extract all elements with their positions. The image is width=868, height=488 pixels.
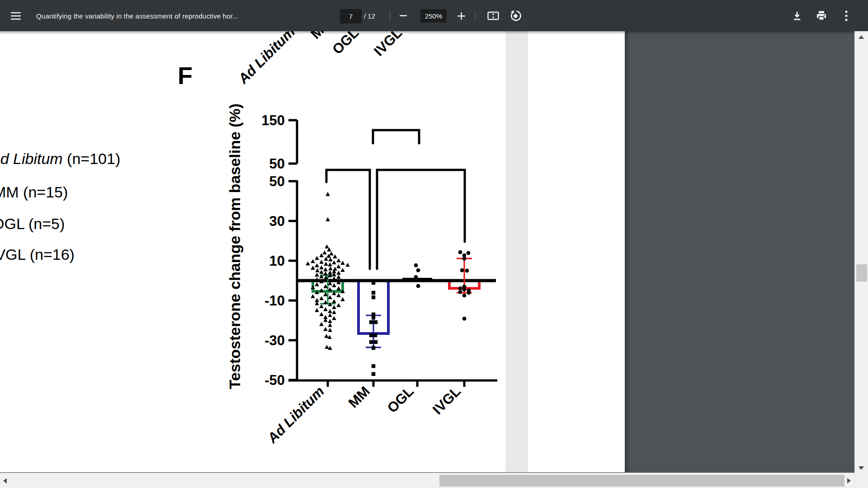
vertical-scrollbar[interactable] xyxy=(854,31,868,488)
data-point-Ad Libitum xyxy=(340,297,345,301)
scroll-left-arrow-icon[interactable] xyxy=(3,478,7,483)
scroll-right-arrow-icon[interactable] xyxy=(847,478,851,483)
more-options-button[interactable] xyxy=(840,9,853,22)
data-point-Ad Libitum xyxy=(328,258,333,262)
data-point-MM xyxy=(372,364,375,368)
data-point-Ad Libitum xyxy=(340,268,345,272)
data-point-IVGL xyxy=(458,290,462,294)
data-point-Ad Libitum xyxy=(336,271,341,275)
data-point-Ad Libitum xyxy=(329,251,334,255)
data-point-Ad Libitum xyxy=(328,309,332,313)
data-point-Ad Libitum xyxy=(340,261,345,265)
data-point-Ad Libitum xyxy=(319,270,324,274)
data-point-Ad Libitum xyxy=(319,312,324,316)
data-point-Ad Libitum xyxy=(336,258,341,263)
data-point-Ad Libitum xyxy=(328,263,332,267)
significance-bracket-MM-vs-IVGL xyxy=(377,170,465,269)
data-point-Ad Libitum xyxy=(328,346,332,350)
minus-icon xyxy=(400,15,407,17)
zoom-out-button[interactable] xyxy=(396,9,410,22)
data-point-Ad Libitum xyxy=(328,319,332,323)
data-point-MM xyxy=(372,346,375,350)
vertical-scrollbar-thumb[interactable] xyxy=(856,264,867,282)
data-point-MM xyxy=(374,340,377,344)
y-axis-tick-label: -50 xyxy=(264,372,285,388)
data-point-IVGL xyxy=(460,268,464,272)
print-button[interactable] xyxy=(814,9,829,22)
data-point-Ad Libitum xyxy=(328,323,332,327)
y-axis-tick-label: 30 xyxy=(269,213,285,229)
download-button[interactable] xyxy=(790,9,804,22)
print-icon xyxy=(816,10,827,21)
viewer-background xyxy=(625,31,854,488)
data-point-Ad Libitum xyxy=(322,250,327,254)
scroll-down-arrow-icon[interactable] xyxy=(859,466,864,470)
data-point-IVGL xyxy=(458,286,462,291)
data-point-Ad Libitum xyxy=(336,303,341,307)
data-point-Ad Libitum xyxy=(336,275,341,279)
y-axis-tick-label: -30 xyxy=(264,333,285,348)
figure-edge-strip xyxy=(505,31,528,472)
data-point-IVGL xyxy=(458,250,462,254)
data-point-IVGL xyxy=(462,294,467,298)
data-point-MM xyxy=(372,291,375,295)
data-point-IVGL xyxy=(467,291,471,295)
data-point-Ad Libitum xyxy=(319,265,324,269)
data-point-IVGL xyxy=(462,257,467,261)
data-point-OGL xyxy=(414,263,418,267)
data-point-Ad Libitum xyxy=(332,305,336,309)
significance-bracket-MM-vs-OGL xyxy=(373,130,419,143)
top-clipped-label-Ad Libitum: Ad Libitum xyxy=(235,31,298,87)
y-axis-tick-label: 150 xyxy=(261,113,285,128)
hamburger-icon xyxy=(11,12,21,20)
horizontal-scrollbar-thumb[interactable] xyxy=(439,475,844,487)
data-point-Ad Libitum xyxy=(333,254,337,258)
data-point-OGL xyxy=(416,284,420,288)
data-point-MM xyxy=(369,340,373,344)
data-point-Ad Libitum xyxy=(326,217,330,221)
page-count-label: / 12 xyxy=(364,12,375,20)
x-axis-label-OGL: OGL xyxy=(384,383,417,416)
menu-button[interactable] xyxy=(8,9,24,22)
data-point-Ad Libitum xyxy=(306,261,310,265)
fit-page-button[interactable] xyxy=(486,10,500,22)
data-point-Ad Libitum xyxy=(332,276,336,280)
horizontal-scrollbar[interactable] xyxy=(0,473,854,488)
pdf-page: Ad Libitum (n=101)MM (n=15)OGL (n=5)IVGL… xyxy=(0,31,625,472)
rotate-button[interactable] xyxy=(509,9,523,22)
document-title: Quantifying the variability in the asses… xyxy=(36,12,238,20)
data-point-MM xyxy=(369,333,373,337)
data-point-Ad Libitum xyxy=(345,263,350,267)
data-point-Ad Libitum xyxy=(336,264,341,268)
page-number-input[interactable] xyxy=(340,9,362,23)
data-point-MM xyxy=(372,296,375,299)
x-axis-label-Ad Libitum: Ad Libitum xyxy=(264,383,327,446)
data-point-Ad Libitum xyxy=(324,334,329,338)
pdf-toolbar: Quantifying the variability in the asses… xyxy=(0,0,868,31)
data-point-MM xyxy=(372,372,375,376)
data-point-OGL xyxy=(415,277,420,282)
testosterone-chart: 15050503010-10-30-50Ad LibitumMMOGLIVGLA… xyxy=(0,31,625,472)
data-point-Ad Libitum xyxy=(323,267,328,272)
data-point-MM xyxy=(372,281,375,285)
data-point-Ad Libitum xyxy=(328,328,332,332)
download-icon xyxy=(792,10,802,21)
data-point-Ad Libitum xyxy=(315,256,319,260)
zoom-in-button[interactable] xyxy=(454,9,468,22)
data-point-Ad Libitum xyxy=(315,263,319,267)
data-point-Ad Libitum xyxy=(315,272,319,277)
data-point-Ad Libitum xyxy=(319,304,324,308)
data-point-IVGL xyxy=(467,251,471,255)
pdf-viewer-window: Quantifying the variability in the asses… xyxy=(0,0,868,488)
data-point-OGL xyxy=(416,268,420,272)
scroll-up-arrow-icon[interactable] xyxy=(859,35,864,39)
data-point-Ad Libitum xyxy=(323,271,328,275)
data-point-Ad Libitum xyxy=(319,322,324,326)
y-axis-tick-label: 50 xyxy=(269,156,285,172)
data-point-Ad Libitum xyxy=(311,266,315,270)
data-point-Ad Libitum xyxy=(328,266,333,270)
data-point-MM xyxy=(374,320,377,324)
top-clipped-label-MM: MM xyxy=(307,31,335,42)
y-axis-tick-label: -10 xyxy=(264,293,285,309)
zoom-level-field[interactable]: 250% xyxy=(420,9,447,23)
